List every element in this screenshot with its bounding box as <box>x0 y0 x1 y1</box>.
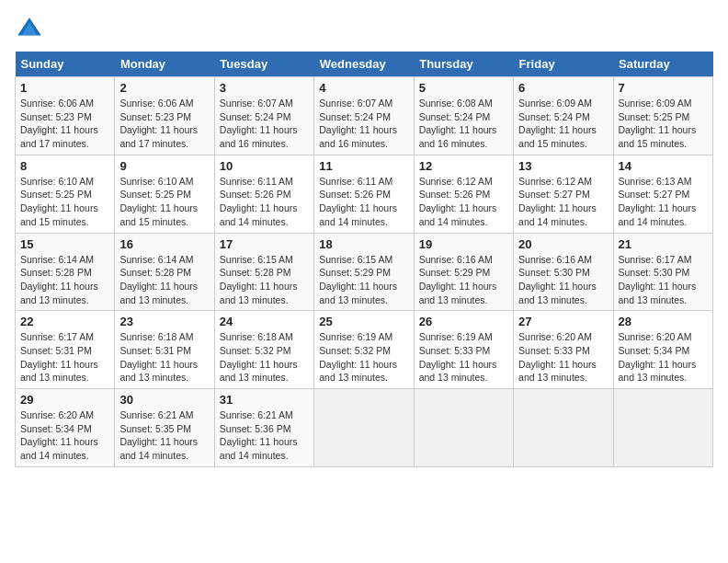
day-detail: Sunrise: 6:18 AMSunset: 5:32 PMDaylight:… <box>220 330 309 385</box>
day-detail: Sunrise: 6:09 AMSunset: 5:25 PMDaylight:… <box>619 97 708 151</box>
day-detail: Sunrise: 6:11 AMSunset: 5:26 PMDaylight:… <box>220 175 309 229</box>
calendar-week-row: 15Sunrise: 6:14 AMSunset: 5:28 PMDayligh… <box>16 233 713 311</box>
day-number: 26 <box>419 315 508 328</box>
calendar-cell: 6Sunrise: 6:09 AMSunset: 5:24 PMDaylight… <box>514 77 613 155</box>
day-detail: Sunrise: 6:12 AMSunset: 5:27 PMDaylight:… <box>518 175 608 229</box>
calendar-week-row: 1Sunrise: 6:06 AMSunset: 5:23 PMDaylight… <box>16 77 713 155</box>
calendar-cell: 23Sunrise: 6:18 AMSunset: 5:31 PMDayligh… <box>115 311 214 389</box>
calendar-table: SundayMondayTuesdayWednesdayThursdayFrid… <box>15 52 713 467</box>
calendar-cell: 7Sunrise: 6:09 AMSunset: 5:25 PMDaylight… <box>613 77 712 155</box>
day-number: 9 <box>119 159 209 173</box>
day-detail: Sunrise: 6:17 AMSunset: 5:30 PMDaylight:… <box>619 253 708 307</box>
day-detail: Sunrise: 6:18 AMSunset: 5:31 PMDaylight:… <box>119 330 209 385</box>
day-detail: Sunrise: 6:16 AMSunset: 5:29 PMDaylight:… <box>419 253 508 307</box>
calendar-cell: 5Sunrise: 6:08 AMSunset: 5:24 PMDaylight… <box>414 77 513 155</box>
day-number: 28 <box>619 315 708 328</box>
calendar-cell: 14Sunrise: 6:13 AMSunset: 5:27 PMDayligh… <box>613 155 712 233</box>
day-number: 22 <box>20 315 109 328</box>
calendar-cell: 19Sunrise: 6:16 AMSunset: 5:29 PMDayligh… <box>414 233 513 311</box>
calendar-header-row: SundayMondayTuesdayWednesdayThursdayFrid… <box>16 52 713 77</box>
day-detail: Sunrise: 6:19 AMSunset: 5:32 PMDaylight:… <box>319 330 408 385</box>
day-number: 8 <box>20 159 109 173</box>
day-number: 13 <box>518 159 608 173</box>
calendar-cell: 11Sunrise: 6:11 AMSunset: 5:26 PMDayligh… <box>314 155 414 233</box>
calendar-cell <box>314 389 414 467</box>
day-detail: Sunrise: 6:12 AMSunset: 5:26 PMDaylight:… <box>419 175 508 229</box>
day-detail: Sunrise: 6:14 AMSunset: 5:28 PMDaylight:… <box>119 253 209 307</box>
calendar-cell: 1Sunrise: 6:06 AMSunset: 5:23 PMDaylight… <box>16 77 115 155</box>
day-number: 21 <box>619 237 708 251</box>
day-detail: Sunrise: 6:06 AMSunset: 5:23 PMDaylight:… <box>119 97 209 151</box>
weekday-header-sunday: Sunday <box>16 52 115 77</box>
day-number: 19 <box>419 237 508 251</box>
calendar-cell: 10Sunrise: 6:11 AMSunset: 5:26 PMDayligh… <box>214 155 313 233</box>
weekday-header-thursday: Thursday <box>414 52 513 77</box>
day-number: 1 <box>20 81 109 95</box>
day-number: 2 <box>119 81 209 95</box>
day-detail: Sunrise: 6:21 AMSunset: 5:36 PMDaylight:… <box>220 408 309 463</box>
calendar-cell: 9Sunrise: 6:10 AMSunset: 5:25 PMDaylight… <box>115 155 214 233</box>
day-number: 6 <box>518 81 608 95</box>
day-number: 14 <box>619 159 708 173</box>
calendar-cell: 22Sunrise: 6:17 AMSunset: 5:31 PMDayligh… <box>16 311 115 389</box>
calendar-cell: 15Sunrise: 6:14 AMSunset: 5:28 PMDayligh… <box>16 233 115 311</box>
calendar-cell: 4Sunrise: 6:07 AMSunset: 5:24 PMDaylight… <box>314 77 414 155</box>
day-number: 20 <box>518 237 608 251</box>
day-number: 5 <box>419 81 508 95</box>
day-number: 31 <box>220 393 309 407</box>
calendar-cell: 2Sunrise: 6:06 AMSunset: 5:23 PMDaylight… <box>115 77 214 155</box>
calendar-cell: 28Sunrise: 6:20 AMSunset: 5:34 PMDayligh… <box>613 311 712 389</box>
logo <box>15 15 48 44</box>
day-number: 11 <box>319 159 408 173</box>
day-number: 17 <box>220 237 309 251</box>
calendar-cell: 8Sunrise: 6:10 AMSunset: 5:25 PMDaylight… <box>16 155 115 233</box>
calendar-cell: 29Sunrise: 6:20 AMSunset: 5:34 PMDayligh… <box>16 389 115 467</box>
day-detail: Sunrise: 6:07 AMSunset: 5:24 PMDaylight:… <box>220 97 309 151</box>
header <box>15 15 713 44</box>
calendar-cell: 18Sunrise: 6:15 AMSunset: 5:29 PMDayligh… <box>314 233 414 311</box>
day-detail: Sunrise: 6:11 AMSunset: 5:26 PMDaylight:… <box>319 175 408 229</box>
day-number: 30 <box>119 393 209 407</box>
day-detail: Sunrise: 6:09 AMSunset: 5:24 PMDaylight:… <box>518 97 608 151</box>
weekday-header-wednesday: Wednesday <box>314 52 414 77</box>
day-detail: Sunrise: 6:16 AMSunset: 5:30 PMDaylight:… <box>518 253 608 307</box>
day-detail: Sunrise: 6:21 AMSunset: 5:35 PMDaylight:… <box>119 408 209 463</box>
day-number: 29 <box>20 393 109 407</box>
calendar-cell: 16Sunrise: 6:14 AMSunset: 5:28 PMDayligh… <box>115 233 214 311</box>
day-detail: Sunrise: 6:13 AMSunset: 5:27 PMDaylight:… <box>619 175 708 229</box>
day-detail: Sunrise: 6:08 AMSunset: 5:24 PMDaylight:… <box>419 97 508 151</box>
logo-icon <box>15 15 44 44</box>
calendar-cell: 31Sunrise: 6:21 AMSunset: 5:36 PMDayligh… <box>214 389 313 467</box>
day-detail: Sunrise: 6:15 AMSunset: 5:29 PMDaylight:… <box>319 253 408 307</box>
calendar-week-row: 8Sunrise: 6:10 AMSunset: 5:25 PMDaylight… <box>16 155 713 233</box>
day-detail: Sunrise: 6:07 AMSunset: 5:24 PMDaylight:… <box>319 97 408 151</box>
calendar-cell: 20Sunrise: 6:16 AMSunset: 5:30 PMDayligh… <box>514 233 613 311</box>
day-number: 15 <box>20 237 109 251</box>
calendar-week-row: 29Sunrise: 6:20 AMSunset: 5:34 PMDayligh… <box>16 389 713 467</box>
day-number: 16 <box>119 237 209 251</box>
day-number: 3 <box>220 81 309 95</box>
day-number: 7 <box>619 81 708 95</box>
calendar-week-row: 22Sunrise: 6:17 AMSunset: 5:31 PMDayligh… <box>16 311 713 389</box>
calendar-cell: 12Sunrise: 6:12 AMSunset: 5:26 PMDayligh… <box>414 155 513 233</box>
calendar-cell <box>414 389 513 467</box>
calendar-cell: 30Sunrise: 6:21 AMSunset: 5:35 PMDayligh… <box>115 389 214 467</box>
day-number: 23 <box>119 315 209 328</box>
day-number: 10 <box>220 159 309 173</box>
calendar-cell: 24Sunrise: 6:18 AMSunset: 5:32 PMDayligh… <box>214 311 313 389</box>
day-detail: Sunrise: 6:20 AMSunset: 5:33 PMDaylight:… <box>518 330 608 385</box>
weekday-header-monday: Monday <box>115 52 214 77</box>
day-number: 27 <box>518 315 608 328</box>
day-detail: Sunrise: 6:10 AMSunset: 5:25 PMDaylight:… <box>119 175 209 229</box>
day-detail: Sunrise: 6:20 AMSunset: 5:34 PMDaylight:… <box>20 408 109 463</box>
day-number: 18 <box>319 237 408 251</box>
day-detail: Sunrise: 6:10 AMSunset: 5:25 PMDaylight:… <box>20 175 109 229</box>
calendar-cell <box>613 389 712 467</box>
calendar-cell: 26Sunrise: 6:19 AMSunset: 5:33 PMDayligh… <box>414 311 513 389</box>
day-detail: Sunrise: 6:06 AMSunset: 5:23 PMDaylight:… <box>20 97 109 151</box>
day-number: 12 <box>419 159 508 173</box>
calendar-cell: 17Sunrise: 6:15 AMSunset: 5:28 PMDayligh… <box>214 233 313 311</box>
calendar-cell: 3Sunrise: 6:07 AMSunset: 5:24 PMDaylight… <box>214 77 313 155</box>
day-number: 4 <box>319 81 408 95</box>
weekday-header-friday: Friday <box>514 52 613 77</box>
